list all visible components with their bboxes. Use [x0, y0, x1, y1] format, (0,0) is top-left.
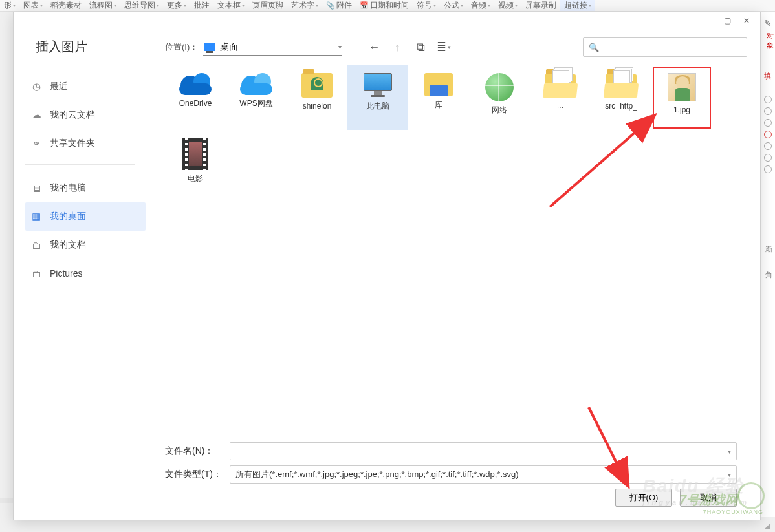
- location-label: 位置(I)：: [165, 41, 198, 53]
- nav-icon: ⚭: [29, 138, 43, 149]
- nav-icon: 🗀: [29, 268, 43, 279]
- file-item[interactable]: 电影: [165, 130, 226, 195]
- up-button[interactable]: ↑: [388, 38, 406, 56]
- file-item[interactable]: WPS网盘: [226, 65, 287, 130]
- ribbon-item[interactable]: 符号▾: [413, 0, 440, 11]
- sidebar-item[interactable]: ◷最近: [25, 72, 146, 101]
- search-box[interactable]: 🔍: [583, 37, 747, 57]
- close-button[interactable]: ✕: [737, 14, 756, 27]
- sidebar-item[interactable]: 🖥我的电脑: [25, 174, 146, 202]
- ribbon-item[interactable]: 批注: [190, 0, 213, 11]
- file-label: OneDrive: [179, 99, 212, 108]
- file-item[interactable]: 此电脑: [347, 65, 408, 130]
- nav-icon: 🖥: [29, 183, 43, 194]
- search-input[interactable]: [603, 43, 741, 52]
- dot-icon[interactable]: [764, 142, 772, 150]
- file-item[interactable]: 网络: [469, 65, 530, 130]
- watermark-site: 7号游戏网 7HAOYOUXIWANG: [679, 491, 763, 515]
- nav-icon: 🗀: [29, 240, 43, 251]
- nav-label: Pictures: [50, 268, 83, 279]
- search-icon: 🔍: [589, 43, 599, 52]
- file-label: 此电脑: [366, 101, 389, 111]
- ribbon-item[interactable]: 页眉页脚: [248, 0, 287, 11]
- grad-label: 渐: [765, 244, 772, 254]
- ribbon-item[interactable]: 公式▾: [440, 0, 467, 11]
- insert-picture-dialog: ▢ ✕ 插入图片 ◷最近☁我的云文档⚭共享文件夹🖥我的电脑▦我的桌面🗀我的文档🗀…: [13, 12, 761, 520]
- dot-icon[interactable]: [764, 96, 772, 103]
- dialog-titlebar: ▢ ✕: [14, 12, 760, 29]
- dot-icon[interactable]: [764, 107, 772, 115]
- nav-label: 我的桌面: [50, 211, 86, 222]
- maximize-button[interactable]: ▢: [717, 14, 737, 27]
- dialog-main: 位置(I)： 桌面 ▾ ← ↑ ⧉ ≣▾ 🔍 OneDriveWPS网盘shin…: [149, 29, 760, 520]
- file-label: 库: [435, 100, 442, 109]
- location-value: 桌面: [220, 41, 238, 53]
- file-label: src=http_: [605, 101, 637, 111]
- resize-grip[interactable]: ◢: [765, 522, 774, 531]
- file-label: shinelon: [303, 101, 332, 111]
- ribbon-item[interactable]: 文本框▾: [213, 0, 248, 11]
- chevron-down-icon: ▾: [338, 43, 342, 50]
- file-label: 电影: [188, 174, 203, 183]
- ribbon-item[interactable]: 形▾: [0, 0, 19, 11]
- ribbon: 形▾图表▾稻壳素材流程图▾思维导图▾更多▾批注文本框▾页眉页脚艺术字▾附件日期和…: [0, 0, 775, 12]
- chevron-down-icon[interactable]: ▾: [728, 448, 731, 455]
- angle-label: 角: [765, 270, 772, 280]
- ribbon-item[interactable]: 附件: [322, 0, 356, 11]
- ribbon-item[interactable]: 图表▾: [19, 0, 47, 11]
- ribbon-item[interactable]: 音频▾: [467, 0, 494, 11]
- dialog-sidebar: 插入图片 ◷最近☁我的云文档⚭共享文件夹🖥我的电脑▦我的桌面🗀我的文档🗀Pict…: [14, 29, 149, 520]
- filetype-label: 文件类型(T)：: [165, 469, 230, 480]
- nav-label: 共享文件夹: [50, 138, 95, 149]
- ribbon-item[interactable]: 日期和时间: [356, 0, 413, 11]
- panel-title: 对象: [761, 31, 775, 50]
- file-item[interactable]: 库: [408, 65, 469, 130]
- ribbon-item[interactable]: 超链接▾: [560, 0, 595, 11]
- monitor-icon: [204, 43, 215, 51]
- nav-label: 最近: [50, 81, 68, 92]
- fill-label: 填: [764, 71, 771, 81]
- bg-strip: [0, 12, 13, 503]
- nav-label: 我的电脑: [50, 182, 86, 194]
- nav-label: 我的文档: [50, 239, 86, 251]
- sidebar-item[interactable]: ⚭共享文件夹: [25, 129, 146, 158]
- file-item[interactable]: OneDrive: [165, 65, 226, 130]
- sidebar-item[interactable]: 🗀Pictures: [25, 259, 146, 288]
- option-dots: [764, 92, 772, 177]
- dot-icon[interactable]: [764, 154, 772, 162]
- dot-icon[interactable]: [764, 165, 772, 173]
- file-item[interactable]: …: [530, 65, 591, 130]
- highlight-box: [653, 67, 711, 129]
- file-item[interactable]: src=http_: [591, 65, 651, 130]
- file-list: OneDriveWPS网盘shinelon此电脑库网络…src=http_1.j…: [165, 65, 747, 434]
- dialog-toolbar: 位置(I)： 桌面 ▾ ← ↑ ⧉ ≣▾ 🔍: [165, 29, 747, 65]
- ribbon-item[interactable]: 稻壳素材: [47, 0, 85, 11]
- file-label: WPS网盘: [239, 99, 272, 108]
- nav-label: 我的云文档: [50, 109, 95, 121]
- pin-icon[interactable]: ✎: [764, 18, 772, 28]
- paw-icon: [737, 482, 765, 509]
- filename-input[interactable]: ▾: [230, 442, 737, 460]
- new-folder-button[interactable]: ⧉: [411, 38, 430, 56]
- dot-icon[interactable]: [764, 131, 772, 138]
- ribbon-item[interactable]: 思维导图▾: [120, 0, 163, 11]
- sidebar-item[interactable]: ▦我的桌面: [25, 202, 146, 231]
- location-dropdown[interactable]: 桌面 ▾: [203, 39, 342, 56]
- ribbon-item[interactable]: 更多▾: [163, 0, 190, 11]
- file-label: 网络: [492, 105, 507, 114]
- view-mode-button[interactable]: ≣▾: [435, 38, 453, 56]
- file-item[interactable]: 1.jpg: [651, 65, 712, 130]
- filename-label: 文件名(N)：: [165, 445, 230, 457]
- ribbon-item[interactable]: 流程图▾: [85, 0, 120, 11]
- back-button[interactable]: ←: [365, 38, 383, 56]
- dot-icon[interactable]: [764, 119, 772, 127]
- sidebar-item[interactable]: 🗀我的文档: [25, 231, 146, 259]
- ribbon-item[interactable]: 艺术字▾: [287, 0, 322, 11]
- nav-icon: ◷: [29, 81, 43, 92]
- ribbon-item[interactable]: 视频▾: [494, 0, 521, 11]
- file-item[interactable]: shinelon: [287, 65, 347, 130]
- right-panel: ✎ 对象 填 渐 角: [761, 12, 775, 517]
- sidebar-item[interactable]: ☁我的云文档: [25, 101, 146, 129]
- ribbon-item[interactable]: 屏幕录制: [521, 0, 560, 11]
- nav-icon: ☁: [29, 109, 43, 121]
